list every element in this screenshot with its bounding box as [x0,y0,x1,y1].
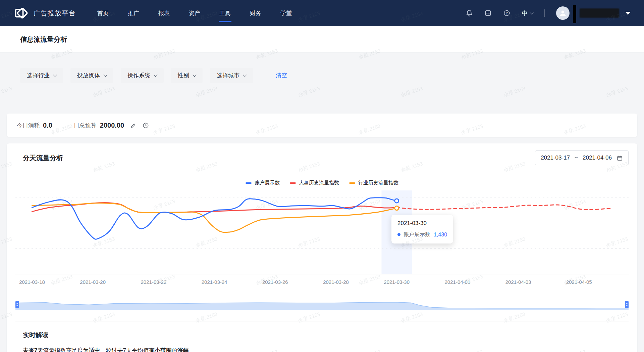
budget-value: 2000.00 [100,122,124,129]
nav-item-tools[interactable]: 工具 [219,6,231,20]
x-axis-label: 2021-04-03 [505,279,531,285]
nav-item-reports[interactable]: 报表 [158,6,170,20]
clear-filters-link[interactable]: 清空 [276,72,287,79]
tooltip-date: 2021-03-30 [397,220,447,227]
legend-marker [290,182,296,184]
x-axis-label: 2021-03-28 [323,279,349,285]
x-axis-label: 2021-03-24 [202,279,227,285]
insight-text-segment: 小范围 [155,347,172,352]
section-title: 分天流量分析 [23,153,63,163]
x-axis-label: 2021-04-05 [566,279,592,285]
chart-canvas[interactable]: 2021-03-182021-03-202021-03-222021-03-24… [15,189,629,287]
chevron-down-icon [530,10,533,14]
avatar[interactable] [556,6,570,20]
chevron-down-icon [154,73,157,77]
language-label: 中 [522,9,528,17]
insight-text-segment: 的 [172,347,177,352]
legend-marker [349,182,355,184]
time-range-brush[interactable] [15,299,629,310]
watermark: 余星 2153 [400,85,424,98]
filter-os-dropdown[interactable]: 操作系统 [121,68,164,83]
nav-item-finance[interactable]: 财务 [250,6,261,20]
insight-text-segment: 流量指数充足度为 [43,347,89,352]
chevron-down-icon [243,73,247,77]
brand-logo-icon[interactable] [13,6,28,20]
x-axis-label: 2021-03-30 [384,279,410,285]
budget-label: 日总预算 [74,122,97,129]
brush-handle-right[interactable] [625,301,629,308]
nav-item-academy[interactable]: 学堂 [280,6,292,20]
filter-media-dropdown[interactable]: 投放媒体 [70,68,113,83]
filter-label: 投放媒体 [77,72,100,79]
watermark: 余星 2153 [195,85,218,98]
filter-bar: 选择行业 投放媒体 操作系统 性别 选择城市 清空 [0,53,644,83]
budget-history-clock-icon[interactable] [143,122,149,129]
insight-text-segment: 。 [189,347,195,352]
chart-legend: 账户展示数 大盘历史流量指数 行业历史流量指数 [15,180,629,186]
filter-label: 性别 [178,72,189,79]
tooltip-row: 账户展示数 1,430 [397,231,447,238]
today-cost-value: 0.0 [43,122,52,129]
language-switch[interactable]: 中 [522,9,533,17]
redacted-user-info [573,5,576,23]
tooltip-value: 1,430 [434,232,447,238]
watermark: 余星 2153 [0,85,13,98]
chevron-down-icon [193,73,196,77]
date-end: 2021-04-06 [583,155,612,161]
edit-budget-icon[interactable] [130,122,137,129]
brush-track[interactable] [15,299,629,310]
chart-tooltip: 2021-03-30 账户展示数 1,430 [391,215,453,244]
chevron-down-icon [53,73,57,77]
x-axis-label: 2021-03-20 [80,279,106,285]
insight-text-segment: 未来7天 [23,347,43,352]
x-axis-label: 2021-03-22 [141,279,167,285]
date-separator: ~ [575,155,578,161]
navbar-actions: ? 中 [466,3,631,23]
chart-area: 2021-03-182021-03-202021-03-222021-03-24… [15,189,629,287]
legend-label: 账户展示数 [255,180,280,186]
insight-title: 实时解读 [23,331,621,340]
legend-label: 大盘历史流量指数 [299,180,339,186]
daily-traffic-card: 分天流量分析 2021-03-17 ~ 2021-04-06 账户展示数 大盘历… [7,143,637,352]
legend-marker [246,182,252,184]
calendar-icon [616,155,623,161]
svg-text:?: ? [506,11,508,15]
legend-item-industry-index[interactable]: 行业历史流量指数 [349,180,398,186]
watermark: 余星 2153 [298,85,321,98]
nav-item-assets[interactable]: 资产 [189,6,200,20]
today-cost-label: 今日消耗 [17,122,40,129]
brush-handle-left[interactable] [15,301,19,308]
insight-text-segment: 适中 [89,347,100,352]
nav-item-promotion[interactable]: 推广 [128,6,139,20]
filter-label: 选择行业 [27,72,50,79]
nav-item-home[interactable]: 首页 [97,6,109,20]
filter-gender-dropdown[interactable]: 性别 [171,68,203,83]
hover-point-marker [395,199,399,203]
page-header: 信息流流量分析 [0,26,644,53]
filter-label: 操作系统 [127,72,150,79]
user-menu-chevron-icon[interactable] [625,12,631,15]
filter-industry-dropdown[interactable]: 选择行业 [20,68,63,83]
legend-item-account-impressions[interactable]: 账户展示数 [246,180,280,186]
series-dot-icon [397,233,400,236]
divider [544,9,545,17]
legend-item-market-index[interactable]: 大盘历史流量指数 [290,180,339,186]
chevron-down-icon [103,73,107,77]
filter-city-dropdown[interactable]: 选择城市 [210,68,253,83]
bell-icon[interactable] [466,9,473,17]
x-axis-label: 2021-04-01 [445,279,471,285]
help-icon[interactable]: ? [503,9,511,17]
page-title: 信息流流量分析 [20,35,67,44]
card-header: 分天流量分析 2021-03-17 ~ 2021-04-06 [15,143,629,172]
date-range-picker[interactable]: 2021-03-17 ~ 2021-04-06 [535,150,629,165]
legend-label: 行业历史流量指数 [358,180,398,186]
main-nav: 首页 推广 报表 资产 工具 财务 学堂 [97,6,292,20]
x-axis-label: 2021-03-26 [262,279,288,285]
workbench-grid-icon[interactable] [484,9,492,17]
watermark: 余星 2153 [503,85,526,98]
insight-text-segment: ，较过去7天平均值有 [100,347,154,352]
watermark: 余星 2153 [605,85,629,98]
filter-label: 选择城市 [217,72,239,79]
tooltip-series-label: 账户展示数 [404,231,430,238]
watermark: 余星 2153 [92,85,116,98]
